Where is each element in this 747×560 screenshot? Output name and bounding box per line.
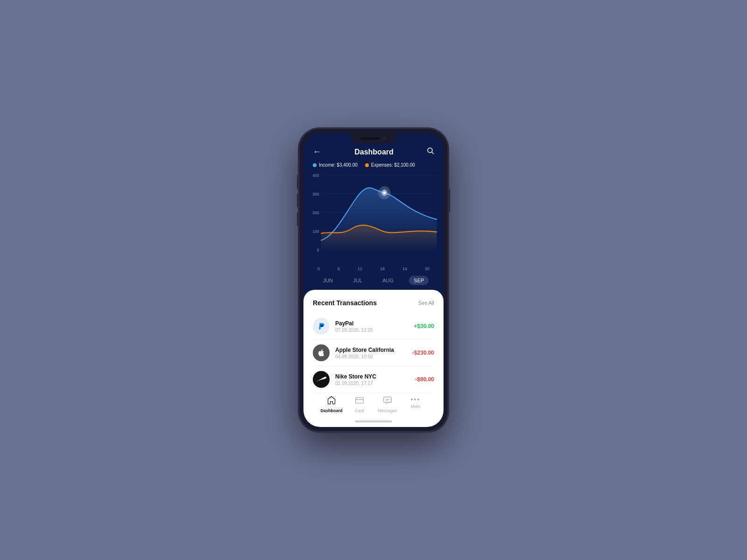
- apple-logo: [313, 344, 330, 361]
- phone-screen: ← Dashboard Income: $3,400.00 Expenses: …: [303, 133, 444, 427]
- home-bar: [355, 420, 392, 422]
- tab-jul[interactable]: JUL: [348, 276, 367, 285]
- transactions-title: Recent Transactions: [313, 299, 377, 307]
- see-all-button[interactable]: See All: [418, 300, 434, 306]
- svg-text:400: 400: [312, 173, 319, 178]
- page-title: Dashboard: [354, 148, 394, 156]
- phone-device: ← Dashboard Income: $3,400.00 Expenses: …: [299, 128, 448, 432]
- income-legend: Income: $3,400.00: [313, 162, 358, 168]
- paypal-logo: [313, 318, 330, 335]
- nike-date: 01.09.2020, 17:17: [335, 381, 415, 386]
- x-label-24: 14: [402, 266, 407, 271]
- nike-amount: -$90.00: [415, 376, 434, 383]
- messages-icon: [383, 396, 392, 407]
- x-label-18: 18: [380, 266, 385, 271]
- svg-rect-12: [356, 398, 364, 403]
- expenses-label: Expenses: $2,100.00: [371, 162, 415, 168]
- apple-amount: -$230.00: [412, 350, 434, 356]
- nav-item-more[interactable]: ••• More: [404, 396, 427, 413]
- chart-area: 400 300 200 100 0: [303, 170, 444, 271]
- paypal-name: PayPal: [335, 320, 414, 327]
- line-chart: 400 300 200 100 0: [308, 170, 439, 264]
- paypal-amount: +$30.00: [414, 323, 434, 329]
- dashboard-label: Dashboard: [320, 408, 342, 413]
- apple-info: Apple Store California 04.09.2020, 10:50: [335, 347, 412, 359]
- svg-text:200: 200: [312, 210, 319, 215]
- x-label-0: 0: [317, 266, 320, 271]
- income-dot: [313, 163, 317, 167]
- card-icon: [355, 396, 364, 407]
- paypal-date: 07.09.2020, 13:20: [335, 328, 414, 333]
- nav-item-dashboard[interactable]: Dashboard: [320, 396, 343, 413]
- expenses-legend: Expenses: $2,100.00: [365, 162, 415, 168]
- transaction-item-nike[interactable]: Nike Store NYC 01.09.2020, 17:17 -$90.00: [313, 366, 434, 393]
- notch-camera: [382, 136, 386, 140]
- svg-text:300: 300: [312, 192, 319, 196]
- dashboard-icon: [327, 396, 336, 407]
- tab-sep[interactable]: SEP: [409, 276, 429, 285]
- tab-jun[interactable]: JUN: [318, 276, 338, 285]
- apple-date: 04.09.2020, 10:50: [335, 354, 412, 359]
- svg-rect-14: [384, 397, 392, 403]
- svg-text:100: 100: [312, 229, 319, 234]
- home-indicator: [313, 420, 434, 425]
- nav-item-messages[interactable]: Messages: [376, 396, 399, 413]
- more-label: More: [411, 404, 421, 409]
- expenses-dot: [365, 163, 369, 167]
- svg-line-1: [432, 152, 434, 154]
- transactions-panel: Recent Transactions See All PayPal 07.09…: [303, 290, 444, 427]
- chart-legend: Income: $3,400.00 Expenses: $2,100.00: [303, 161, 444, 170]
- x-label-30: 30: [425, 266, 430, 271]
- apple-name: Apple Store California: [335, 347, 412, 353]
- notch-speaker: [361, 137, 380, 140]
- x-label-12: 12: [358, 266, 362, 271]
- nike-name: Nike Store NYC: [335, 373, 415, 380]
- back-button[interactable]: ←: [313, 147, 321, 157]
- nike-info: Nike Store NYC 01.09.2020, 17:17: [335, 373, 415, 386]
- svg-text:0: 0: [317, 248, 319, 252]
- tab-aug[interactable]: AUG: [378, 276, 398, 285]
- transaction-item-paypal[interactable]: PayPal 07.09.2020, 13:20 +$30.00: [313, 313, 434, 340]
- x-label-6: 6: [338, 266, 340, 271]
- bottom-navigation: Dashboard Card: [313, 393, 434, 420]
- transactions-header: Recent Transactions See All: [313, 299, 434, 307]
- transaction-item-apple[interactable]: Apple Store California 04.09.2020, 10:50…: [313, 340, 434, 366]
- income-label: Income: $3,400.00: [319, 162, 358, 168]
- more-icon: •••: [411, 396, 421, 403]
- card-label: Card: [355, 408, 364, 413]
- month-tabs: JUN JUL AUG SEP: [303, 271, 444, 290]
- search-button[interactable]: [427, 147, 434, 157]
- chart-tooltip-dot: [383, 191, 386, 194]
- paypal-info: PayPal 07.09.2020, 13:20: [335, 320, 414, 333]
- nav-item-card[interactable]: Card: [348, 396, 371, 413]
- nike-logo: [313, 371, 330, 388]
- x-axis-labels: 0 6 12 18 14 30: [308, 266, 439, 271]
- phone-notch: [350, 133, 397, 143]
- messages-label: Messages: [378, 408, 397, 413]
